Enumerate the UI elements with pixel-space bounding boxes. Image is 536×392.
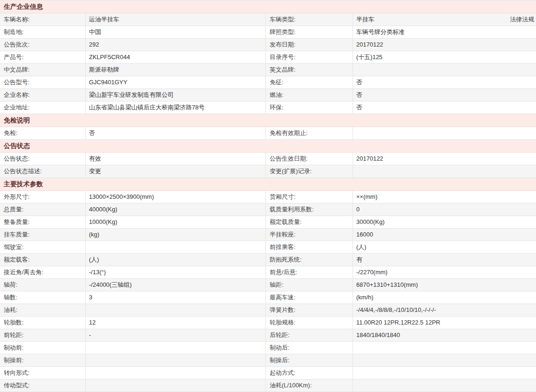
field-value-text: 中国 xyxy=(89,28,101,35)
field-label-text: 产品号: xyxy=(4,54,24,61)
field-label: 载质量利用系数: xyxy=(266,203,353,216)
field-label: 公告状态: xyxy=(0,153,86,165)
table-row: 轮胎数:12轮胎规格:11.00R20 12PR,12R22.5 12PR xyxy=(0,317,536,329)
table-row: 公告状态描述:变更变更(扩展)记录: xyxy=(0,165,536,178)
field-label-text: 油耗(L/100Km): xyxy=(270,382,312,389)
field-label-text: 发布日期: xyxy=(270,41,296,48)
field-value xyxy=(353,165,536,177)
table-row: 免检:否免检有效期止: xyxy=(0,127,536,140)
field-value: 车辆号牌分类标准 xyxy=(353,26,536,38)
table-row: 产品号:ZKLPF5CR044目录序号:(十五)125 xyxy=(0,51,536,64)
field-value: 11.00R20 12PR,12R22.5 12PR xyxy=(353,317,536,329)
field-value-text: - xyxy=(89,331,91,338)
field-label: 公告生效日期: xyxy=(266,153,353,165)
field-label: 油耗: xyxy=(0,304,86,316)
field-value xyxy=(353,127,536,139)
field-value: ××(mm) xyxy=(353,191,536,203)
field-label-text: 轴距: xyxy=(270,281,284,288)
field-value-text: 20170122 xyxy=(356,41,383,48)
field-value xyxy=(86,342,266,354)
field-value-text: 车辆号牌分类标准 xyxy=(356,28,405,35)
field-value: ZKLPF5CR044 xyxy=(86,51,266,63)
table-row: 转向形式:起动方式: xyxy=(0,367,536,379)
field-label: 轮胎规格: xyxy=(266,317,353,329)
field-label: 驾驶室: xyxy=(0,241,86,253)
field-label: 发布日期: xyxy=(266,39,353,51)
field-label-text: 车辆类型: xyxy=(270,16,296,23)
field-value-text: 16000 xyxy=(356,231,373,238)
field-value-text: -/2270(mm) xyxy=(356,269,387,276)
table-row: 公告型号:GJC9401GYY免征:否 xyxy=(0,76,536,89)
field-label-text: 免征: xyxy=(270,79,284,86)
field-value xyxy=(353,367,536,379)
field-value: 13000×2500×3900(mm) xyxy=(86,191,266,203)
field-label-text: 公告状态: xyxy=(4,155,30,162)
field-label: 额定载客: xyxy=(0,254,86,266)
field-value-text: 11.00R20 12PR,12R22.5 12PR xyxy=(356,319,440,326)
field-value-text: 0 xyxy=(356,206,360,213)
field-label: 前排乘客: xyxy=(266,241,353,253)
field-label: 制动后: xyxy=(266,342,353,354)
field-label: 防抱死系统: xyxy=(266,254,353,266)
table-row: 制造地:中国牌照类型:车辆号牌分类标准 xyxy=(0,26,536,39)
field-value xyxy=(86,367,266,379)
field-label-text: 轮胎规格: xyxy=(270,319,296,326)
field-value: 运油半挂车 xyxy=(86,14,266,26)
field-value-text: 12 xyxy=(89,319,95,326)
field-label: 转向形式: xyxy=(0,367,86,379)
field-label-text: 挂车质量: xyxy=(4,231,30,238)
field-label-text: 轮胎数: xyxy=(4,319,24,326)
field-label-text: 企业名称: xyxy=(4,91,30,98)
field-label: 免检: xyxy=(0,127,86,139)
field-value: (人) xyxy=(86,254,266,266)
field-value xyxy=(353,342,536,354)
field-value-text: 运油半挂车 xyxy=(89,16,119,23)
field-label-text: 最高车速: xyxy=(270,294,296,301)
field-value-text: -/24000(三轴组) xyxy=(89,281,132,288)
field-label: 公告型号: xyxy=(0,76,86,88)
field-label-text: 免检有效期止: xyxy=(270,129,308,136)
field-value xyxy=(86,241,266,253)
field-label-text: 货厢尺寸: xyxy=(270,193,296,200)
field-value: 变更 xyxy=(86,165,266,177)
table-row: 制操前:制操后: xyxy=(0,354,536,367)
field-value: 40000(Kg) xyxy=(86,203,266,216)
field-label-text: 后轮距: xyxy=(270,331,290,338)
field-value-text: -/13(°) xyxy=(89,269,106,276)
field-value: (人) xyxy=(353,241,536,253)
field-label: 制造地: xyxy=(0,26,86,38)
legal-regulations-link[interactable]: 法律法规 xyxy=(510,14,534,26)
field-label-text: 公告状态描述: xyxy=(4,168,42,175)
table-row: 轴荷:-/24000(三轴组)轴距:6870+1310+1310(mm) xyxy=(0,279,536,291)
table-row: 前轮距:-后轮距:1840/1840/1840 xyxy=(0,329,536,342)
field-label-text: 传动型式: xyxy=(4,382,30,389)
field-label: 公告状态描述: xyxy=(0,165,86,177)
field-value-text: GJC9401GYY xyxy=(89,79,127,86)
field-label-text: 额定载客: xyxy=(4,256,30,263)
field-label: 货厢尺寸: xyxy=(266,191,353,203)
field-label-text: 载质量利用系数: xyxy=(270,206,314,213)
section-header: 公告状态 xyxy=(0,140,536,153)
field-value: 有 xyxy=(353,254,536,266)
section-header: 生产企业信息 xyxy=(0,0,536,14)
field-value: (km/h) xyxy=(353,291,536,304)
field-label: 起动方式: xyxy=(266,367,353,379)
table-row: 公告批次:292发布日期:20170122 xyxy=(0,39,536,51)
field-value: 否 xyxy=(353,89,536,101)
field-label-text: 公告生效日期: xyxy=(270,155,308,162)
field-label: 公告批次: xyxy=(0,39,86,51)
field-value: (kg) xyxy=(86,229,266,241)
field-value xyxy=(353,379,536,392)
field-label-text: 转向形式: xyxy=(4,369,30,376)
field-label: 轴荷: xyxy=(0,279,86,291)
field-label: 后轮距: xyxy=(266,329,353,341)
field-value: 中国 xyxy=(86,26,266,38)
field-value-text: (人) xyxy=(89,256,99,263)
field-value-text: 斯派菲勒牌 xyxy=(89,66,119,73)
table-row: 油耗:弹簧片数:-/4/4/4,-/8/8/8,-/10/10/10,-/-/-… xyxy=(0,304,536,317)
field-label: 最高车速: xyxy=(266,291,353,304)
field-value-text: 梁山新宇车业研发制造有限公司 xyxy=(89,91,174,98)
field-value: 20170122 xyxy=(353,153,536,165)
field-value-text: (十五)125 xyxy=(356,54,382,61)
field-value: 16000 xyxy=(353,229,536,241)
